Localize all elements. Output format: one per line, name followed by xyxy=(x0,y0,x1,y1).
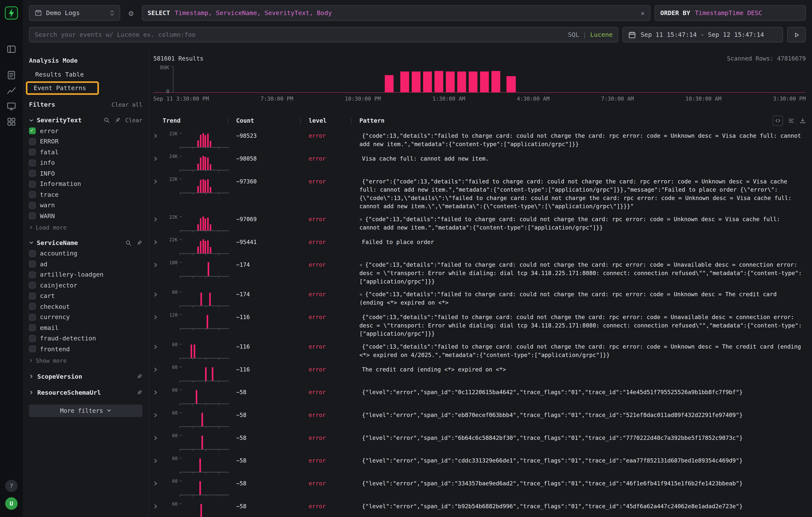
app-logo[interactable] xyxy=(5,6,18,20)
row-expand-chevron[interactable] xyxy=(153,390,158,395)
search-input[interactable] xyxy=(35,31,564,38)
date-range-picker[interactable]: Sep 11 15:47:14 - Sep 12 15:47:14 xyxy=(622,27,783,42)
filter-checkbox-item[interactable]: email xyxy=(29,324,142,331)
table-row[interactable]: 60 ~116 error The credit card (ending <*… xyxy=(153,363,806,386)
run-query-button[interactable] xyxy=(787,27,806,42)
table-row[interactable]: 22K ~97069 error ×{"code":13,"details":"… xyxy=(153,213,806,236)
checkbox[interactable] xyxy=(29,127,36,134)
filter-checkbox-item[interactable]: currency xyxy=(29,313,142,321)
checkbox[interactable] xyxy=(29,138,36,145)
checkbox[interactable] xyxy=(29,314,36,320)
row-expand-chevron[interactable] xyxy=(153,436,158,440)
row-expand-chevron[interactable] xyxy=(153,179,158,184)
table-row[interactable]: 24K ~98058 error Visa cache full: cannot… xyxy=(153,152,806,175)
checkbox[interactable] xyxy=(29,159,36,166)
source-select[interactable]: Demo Logs xyxy=(29,5,120,21)
clear-query-icon[interactable]: × xyxy=(641,9,645,17)
table-row[interactable]: 22K ~97360 error {"error":{"code":13,"de… xyxy=(153,175,806,213)
user-avatar[interactable]: U xyxy=(5,497,18,510)
row-expand-chevron[interactable] xyxy=(153,292,158,297)
pin-icon[interactable] xyxy=(136,390,142,396)
pin-icon[interactable] xyxy=(114,117,121,123)
row-expand-chevron[interactable] xyxy=(153,263,158,267)
logs-icon[interactable] xyxy=(7,70,16,80)
filter-checkbox-item[interactable]: INFO xyxy=(29,170,142,177)
checkbox[interactable] xyxy=(29,271,36,278)
column-handle[interactable]: ⋮ xyxy=(225,117,231,124)
table-row[interactable]: 180 ~174 error ×{"code":13,"details":"fa… xyxy=(153,258,806,288)
table-row[interactable]: 22K ~95441 error Failed to place order xyxy=(153,236,806,258)
checkbox[interactable] xyxy=(29,324,36,331)
checkbox[interactable] xyxy=(29,261,36,267)
row-expand-chevron[interactable] xyxy=(153,156,158,161)
filter-checkbox-item[interactable]: Information xyxy=(29,180,142,188)
table-row[interactable]: 60 ~58 error {"level":"error","span_id":… xyxy=(153,386,806,409)
filter-checkbox-item[interactable]: cart xyxy=(29,292,142,299)
help-button[interactable]: ? xyxy=(5,480,18,492)
row-expand-chevron[interactable] xyxy=(153,344,158,349)
filter-checkbox-item[interactable]: accounting xyxy=(29,250,142,257)
sql-query-input[interactable]: SELECT Timestamp, ServiceName, SeverityT… xyxy=(142,5,650,21)
checkbox[interactable] xyxy=(29,250,36,257)
row-expand-chevron[interactable] xyxy=(153,459,158,463)
monitor-icon[interactable] xyxy=(7,102,16,111)
load-more-button[interactable]: Load more xyxy=(29,224,142,231)
search-icon[interactable] xyxy=(125,240,132,246)
table-row[interactable]: 60 ~58 error {"level":"error","span_id":… xyxy=(153,500,806,517)
pin-icon[interactable] xyxy=(136,373,142,379)
checkbox[interactable] xyxy=(29,346,36,352)
table-row[interactable]: 120 ~116 error {"code":13,"details":"fai… xyxy=(153,311,806,340)
filter-checkbox-item[interactable]: warn xyxy=(29,202,142,209)
filter-checkbox-item[interactable]: fraud-detection xyxy=(29,335,142,342)
filter-checkbox-item[interactable]: trace xyxy=(29,191,142,198)
search-bar[interactable]: SQL | Lucene xyxy=(29,27,618,42)
filter-group-scopeversion[interactable]: ScopeVersion xyxy=(29,373,142,380)
show-more-button[interactable]: Show more xyxy=(29,357,142,364)
events-histogram[interactable]: 80K 0 Sep 11 3:30:00 PM7:30:00 PM10:30:0… xyxy=(153,66,806,102)
code-view-button[interactable] xyxy=(773,115,783,126)
table-row[interactable]: 60 ~58 error {"level":"error","span_id":… xyxy=(153,454,806,477)
table-row[interactable]: 60 ~58 error {"level":"error","span_id":… xyxy=(153,409,806,432)
panel-toggle-icon[interactable] xyxy=(7,45,16,54)
checkbox[interactable] xyxy=(29,180,36,187)
order-by-input[interactable]: ORDER BY TimestampTime DESC xyxy=(655,5,806,21)
checkbox[interactable] xyxy=(29,149,36,155)
filter-checkbox-item[interactable]: checkout xyxy=(29,303,142,310)
checkbox[interactable] xyxy=(29,335,36,342)
checkbox[interactable] xyxy=(29,170,36,177)
filter-checkbox-item[interactable]: fatal xyxy=(29,148,142,155)
table-row[interactable]: 60 ~58 error {"level":"error","span_id":… xyxy=(153,477,806,500)
pin-icon[interactable] xyxy=(136,240,142,246)
filter-checkbox-item[interactable]: ad xyxy=(29,260,142,267)
analysis-mode-results-table[interactable]: Results Table xyxy=(29,69,89,80)
filter-checkbox-item[interactable]: cainjector xyxy=(29,282,142,289)
row-expand-chevron[interactable] xyxy=(153,504,158,509)
filter-group-resourceschemaurl[interactable]: ResourceSchemaUrl xyxy=(29,389,142,396)
clear-all-filters-button[interactable]: Clear all xyxy=(112,101,142,108)
table-row[interactable]: 60 ~58 error {"level":"error","span_id":… xyxy=(153,431,806,454)
dashboards-icon[interactable] xyxy=(7,117,16,126)
row-expand-chevron[interactable] xyxy=(153,217,158,222)
row-expand-chevron[interactable] xyxy=(153,240,158,245)
more-filters-button[interactable]: More filters xyxy=(29,404,142,417)
chart-icon[interactable] xyxy=(7,86,16,95)
list-view-button[interactable] xyxy=(788,118,794,124)
gear-icon[interactable]: ⚙ xyxy=(128,8,134,18)
clear-group-button[interactable]: Clear xyxy=(125,117,142,123)
checkbox[interactable] xyxy=(29,191,36,198)
filter-group-servicename[interactable]: ServiceName xyxy=(29,239,142,246)
table-row[interactable]: 60 ~174 error ×{"code":13,"details":"fai… xyxy=(153,288,806,311)
column-handle[interactable]: ⋮ xyxy=(297,117,303,124)
mode-lucene-toggle[interactable]: Lucene xyxy=(590,31,613,38)
search-icon[interactable] xyxy=(104,117,110,123)
analysis-mode-event-patterns[interactable]: Event Patterns xyxy=(26,81,99,95)
table-row[interactable]: 22K ~98523 error {"code":13,"details":"f… xyxy=(153,130,806,152)
filter-checkbox-item[interactable]: info xyxy=(29,159,142,166)
checkbox[interactable] xyxy=(29,303,36,310)
mode-sql-toggle[interactable]: SQL xyxy=(568,31,579,38)
filter-checkbox-item[interactable]: frontend xyxy=(29,345,142,352)
filter-checkbox-item[interactable]: error xyxy=(29,127,142,135)
checkbox[interactable] xyxy=(29,282,36,288)
row-expand-chevron[interactable] xyxy=(153,413,158,418)
row-expand-chevron[interactable] xyxy=(153,481,158,486)
